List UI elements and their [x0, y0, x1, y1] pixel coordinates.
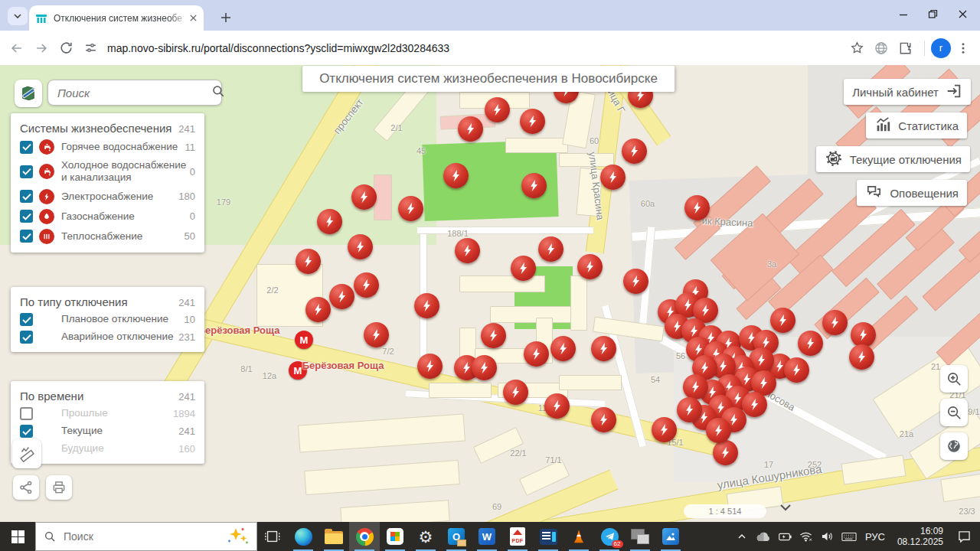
checkbox[interactable] — [20, 331, 33, 344]
disconnection-marker[interactable] — [550, 336, 576, 361]
filter-row[interactable]: Холодное водоснабжение и канализация0 — [20, 159, 195, 184]
taskbar-app-telegram-icon[interactable]: 62 — [594, 522, 625, 551]
disconnection-marker[interactable] — [398, 196, 423, 221]
start-button[interactable] — [0, 522, 35, 551]
close-button[interactable] — [958, 8, 968, 22]
disconnection-marker[interactable] — [683, 374, 708, 399]
filter-row[interactable]: Текущие241 — [20, 425, 195, 438]
disconnection-marker[interactable] — [652, 417, 677, 442]
filter-row[interactable]: Теплоснабжение50 — [20, 229, 195, 244]
disconnection-marker[interactable] — [770, 308, 795, 333]
disconnection-marker[interactable] — [329, 284, 354, 309]
checkbox[interactable] — [20, 210, 33, 223]
bookmark-star-icon[interactable] — [844, 36, 869, 60]
url-bar[interactable]: map.novo-sibirsk.ru/portal/disconnection… — [107, 42, 844, 54]
taskbar-search[interactable] — [35, 522, 257, 551]
tab-close-icon[interactable] — [189, 11, 198, 25]
scale-chevron-icon[interactable] — [775, 501, 796, 518]
filter-row[interactable]: Газоснабжение0 — [20, 209, 195, 224]
disconnection-marker[interactable] — [591, 336, 616, 361]
disconnection-marker[interactable] — [591, 407, 616, 432]
disconnection-marker[interactable] — [706, 418, 731, 443]
filter-row[interactable]: Электроснабжение180 — [20, 189, 195, 204]
browser-menu-icon[interactable] — [951, 36, 975, 60]
minimize-button[interactable] — [899, 8, 908, 22]
taskbar-search-input[interactable] — [62, 530, 220, 543]
checkbox[interactable] — [20, 190, 33, 203]
disconnection-marker[interactable] — [524, 341, 549, 367]
taskbar-app-remote-desktop-icon[interactable] — [625, 522, 655, 551]
checkbox[interactable] — [20, 165, 33, 178]
profile-avatar[interactable]: r — [931, 38, 951, 58]
measure-tool-button[interactable] — [12, 439, 41, 468]
disconnection-marker[interactable] — [849, 344, 874, 370]
taskbar-app-store-icon[interactable] — [380, 522, 410, 551]
disconnection-marker[interactable] — [600, 165, 626, 190]
share-button[interactable] — [13, 475, 39, 500]
volume-icon[interactable] — [818, 531, 838, 542]
metro-station-marker[interactable]: М — [295, 331, 313, 349]
action-center-icon[interactable] — [951, 530, 977, 543]
language-indicator[interactable]: РУС — [861, 531, 890, 543]
disconnection-marker[interactable] — [317, 209, 342, 234]
disconnection-marker[interactable] — [784, 357, 809, 383]
disconnection-marker[interactable] — [684, 195, 710, 220]
taskbar-app-outlook-icon[interactable]: O — [441, 522, 472, 551]
clock[interactable]: 16:09 08.12.2025 — [891, 526, 949, 547]
taskbar-app-settings-icon[interactable]: ⚙ — [410, 522, 441, 551]
checkbox[interactable] — [20, 425, 33, 438]
checkbox[interactable] — [20, 407, 33, 420]
taskbar-app-explorer-icon[interactable] — [318, 522, 349, 551]
zoom-out-button[interactable] — [940, 399, 968, 426]
new-tab-button[interactable] — [216, 8, 236, 28]
filter-row[interactable]: Аварийное отключение231 — [20, 331, 195, 344]
disconnection-marker[interactable] — [485, 97, 510, 122]
disconnection-marker[interactable] — [521, 173, 547, 198]
taskbar-app-vlc-icon[interactable] — [564, 522, 594, 551]
tab-search-chevron[interactable] — [8, 7, 28, 25]
tray-chevron-up-icon[interactable] — [732, 532, 752, 541]
disconnection-marker[interactable] — [351, 184, 377, 210]
disconnection-marker[interactable] — [622, 139, 647, 164]
browser-globe-icon[interactable] — [869, 36, 893, 60]
forward-icon[interactable] — [29, 36, 54, 60]
browser-tab[interactable]: Отключения систем жизнеобе — [29, 5, 204, 31]
disconnection-marker[interactable] — [305, 297, 331, 322]
checkbox[interactable] — [20, 230, 33, 243]
checkbox[interactable] — [20, 141, 33, 154]
filter-row[interactable]: Прошлые1894 — [20, 407, 195, 420]
app-logo-button[interactable] — [15, 80, 42, 107]
map-button-chart[interactable]: Статистика — [866, 112, 967, 139]
reload-icon[interactable] — [54, 36, 78, 60]
disconnection-marker[interactable] — [544, 393, 570, 419]
disconnection-marker[interactable] — [296, 249, 321, 274]
disconnection-marker[interactable] — [472, 355, 497, 380]
disconnection-marker[interactable] — [348, 234, 373, 259]
search-input[interactable] — [48, 86, 211, 99]
restore-button[interactable] — [928, 8, 938, 22]
disconnection-marker[interactable] — [354, 272, 379, 298]
disconnection-marker[interactable] — [481, 323, 506, 348]
extensions-puzzle-icon[interactable] — [893, 36, 918, 60]
checkbox[interactable] — [20, 313, 33, 326]
zoom-in-button[interactable] — [940, 365, 968, 393]
filter-row[interactable]: Будущие160 — [20, 442, 195, 455]
disconnection-marker[interactable] — [713, 440, 738, 465]
map-search[interactable] — [47, 80, 222, 106]
disconnection-marker[interactable] — [520, 109, 545, 134]
wifi-icon[interactable] — [796, 531, 816, 542]
print-button[interactable] — [46, 475, 72, 500]
taskbar-app-photos-icon[interactable] — [655, 522, 686, 551]
taskbar-app-chrome-icon[interactable] — [349, 522, 380, 551]
disconnection-marker[interactable] — [364, 322, 389, 347]
filter-row[interactable]: Горячее водоснабжение11 — [20, 139, 195, 155]
back-icon[interactable] — [5, 36, 29, 60]
taskbar-app-pdf-icon[interactable]: PDF — [502, 522, 533, 551]
globe-view-button[interactable] — [940, 432, 968, 460]
disconnection-marker[interactable] — [443, 163, 469, 188]
disconnection-marker[interactable] — [742, 392, 767, 417]
search-icon[interactable] — [211, 84, 225, 101]
taskbar-app-presentation-icon[interactable] — [533, 522, 564, 551]
map-button-chat[interactable]: Оповещения — [857, 180, 967, 206]
map-button-login[interactable]: Личный кабинет — [844, 79, 971, 105]
